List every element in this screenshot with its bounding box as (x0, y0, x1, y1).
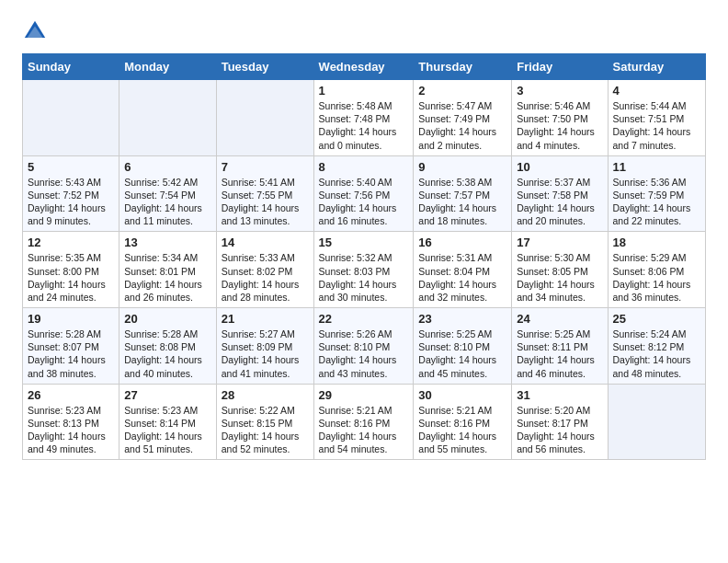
day-number: 14 (222, 236, 309, 249)
day-info: Sunrise: 5:33 AMSunset: 8:02 PMDaylight:… (222, 251, 309, 304)
day-info: Sunrise: 5:34 AMSunset: 8:01 PMDaylight:… (124, 251, 211, 304)
day-number: 30 (418, 388, 506, 402)
day-number: 16 (418, 236, 506, 249)
day-cell: 22Sunrise: 5:26 AMSunset: 8:10 PMDayligh… (313, 308, 414, 385)
weekday-header-row: SundayMondayTuesdayWednesdayThursdayFrid… (23, 54, 706, 80)
day-info: Sunrise: 5:25 AMSunset: 8:11 PMDaylight:… (517, 327, 602, 380)
day-cell: 10Sunrise: 5:37 AMSunset: 7:58 PMDayligh… (512, 155, 608, 232)
day-cell: 25Sunrise: 5:24 AMSunset: 8:12 PMDayligh… (608, 308, 705, 385)
week-row-5: 26Sunrise: 5:23 AMSunset: 8:13 PMDayligh… (23, 384, 706, 460)
day-info: Sunrise: 5:27 AMSunset: 8:09 PMDaylight:… (222, 327, 309, 380)
day-number: 23 (418, 312, 506, 326)
day-number: 29 (319, 388, 409, 402)
day-number: 28 (222, 388, 309, 402)
day-cell: 21Sunrise: 5:27 AMSunset: 8:09 PMDayligh… (216, 308, 313, 385)
weekday-header-sunday: Sunday (23, 54, 119, 80)
day-cell: 5Sunrise: 5:43 AMSunset: 7:52 PMDaylight… (23, 155, 119, 232)
day-info: Sunrise: 5:37 AMSunset: 7:58 PMDaylight:… (517, 176, 602, 228)
day-info: Sunrise: 5:43 AMSunset: 7:52 PMDaylight:… (28, 176, 114, 228)
weekday-header-wednesday: Wednesday (313, 54, 414, 80)
day-info: Sunrise: 5:31 AMSunset: 8:04 PMDaylight:… (418, 251, 506, 304)
day-info: Sunrise: 5:35 AMSunset: 8:00 PMDaylight:… (28, 251, 114, 304)
day-number: 8 (319, 160, 409, 174)
day-number: 4 (613, 84, 700, 98)
day-number: 17 (517, 236, 602, 249)
week-row-4: 19Sunrise: 5:28 AMSunset: 8:07 PMDayligh… (23, 308, 706, 385)
day-info: Sunrise: 5:21 AMSunset: 8:16 PMDaylight:… (319, 404, 409, 456)
header (22, 18, 706, 44)
day-cell: 16Sunrise: 5:31 AMSunset: 8:04 PMDayligh… (414, 232, 512, 308)
week-row-3: 12Sunrise: 5:35 AMSunset: 8:00 PMDayligh… (23, 232, 706, 308)
day-number: 12 (28, 236, 114, 249)
day-info: Sunrise: 5:29 AMSunset: 8:06 PMDaylight:… (613, 251, 700, 304)
day-number: 18 (613, 236, 700, 249)
day-cell: 3Sunrise: 5:46 AMSunset: 7:50 PMDaylight… (512, 80, 608, 156)
day-cell (23, 80, 119, 156)
day-cell (119, 80, 217, 156)
day-info: Sunrise: 5:38 AMSunset: 7:57 PMDaylight:… (418, 176, 506, 228)
day-cell: 14Sunrise: 5:33 AMSunset: 8:02 PMDayligh… (216, 232, 313, 308)
day-info: Sunrise: 5:36 AMSunset: 7:59 PMDaylight:… (613, 176, 700, 228)
week-row-2: 5Sunrise: 5:43 AMSunset: 7:52 PMDaylight… (23, 155, 706, 232)
day-number: 13 (124, 236, 211, 249)
day-cell: 18Sunrise: 5:29 AMSunset: 8:06 PMDayligh… (608, 232, 705, 308)
day-number: 27 (124, 388, 211, 402)
day-number: 7 (222, 160, 309, 174)
day-number: 31 (517, 388, 602, 402)
day-cell: 20Sunrise: 5:28 AMSunset: 8:08 PMDayligh… (119, 308, 217, 385)
day-info: Sunrise: 5:48 AMSunset: 7:48 PMDaylight:… (319, 99, 409, 152)
day-cell: 6Sunrise: 5:42 AMSunset: 7:54 PMDaylight… (119, 155, 217, 232)
page: SundayMondayTuesdayWednesdayThursdayFrid… (0, 0, 728, 478)
day-info: Sunrise: 5:22 AMSunset: 8:15 PMDaylight:… (222, 404, 309, 456)
day-cell: 27Sunrise: 5:23 AMSunset: 8:14 PMDayligh… (119, 384, 217, 460)
day-cell: 11Sunrise: 5:36 AMSunset: 7:59 PMDayligh… (608, 155, 705, 232)
day-number: 10 (517, 160, 602, 174)
day-info: Sunrise: 5:41 AMSunset: 7:55 PMDaylight:… (222, 176, 309, 228)
weekday-header-friday: Friday (512, 54, 608, 80)
day-info: Sunrise: 5:44 AMSunset: 7:51 PMDaylight:… (613, 99, 700, 152)
day-number: 26 (28, 388, 114, 402)
day-info: Sunrise: 5:25 AMSunset: 8:10 PMDaylight:… (418, 327, 506, 380)
weekday-header-monday: Monday (119, 54, 217, 80)
day-number: 25 (613, 312, 700, 326)
day-info: Sunrise: 5:32 AMSunset: 8:03 PMDaylight:… (319, 251, 409, 304)
day-cell: 8Sunrise: 5:40 AMSunset: 7:56 PMDaylight… (313, 155, 414, 232)
day-cell: 28Sunrise: 5:22 AMSunset: 8:15 PMDayligh… (216, 384, 313, 460)
day-info: Sunrise: 5:21 AMSunset: 8:16 PMDaylight:… (418, 404, 506, 456)
day-info: Sunrise: 5:40 AMSunset: 7:56 PMDaylight:… (319, 176, 409, 228)
day-cell: 30Sunrise: 5:21 AMSunset: 8:16 PMDayligh… (414, 384, 512, 460)
day-info: Sunrise: 5:30 AMSunset: 8:05 PMDaylight:… (517, 251, 602, 304)
day-cell: 31Sunrise: 5:20 AMSunset: 8:17 PMDayligh… (512, 384, 608, 460)
day-number: 19 (28, 312, 114, 326)
day-number: 3 (517, 84, 602, 98)
day-number: 22 (319, 312, 409, 326)
day-cell: 26Sunrise: 5:23 AMSunset: 8:13 PMDayligh… (23, 384, 119, 460)
logo (22, 18, 51, 44)
day-cell: 15Sunrise: 5:32 AMSunset: 8:03 PMDayligh… (313, 232, 414, 308)
day-info: Sunrise: 5:46 AMSunset: 7:50 PMDaylight:… (517, 99, 602, 152)
day-number: 6 (124, 160, 211, 174)
calendar: SundayMondayTuesdayWednesdayThursdayFrid… (22, 53, 706, 460)
day-cell: 19Sunrise: 5:28 AMSunset: 8:07 PMDayligh… (23, 308, 119, 385)
day-cell: 1Sunrise: 5:48 AMSunset: 7:48 PMDaylight… (313, 80, 414, 156)
logo-icon (22, 18, 48, 44)
day-cell: 23Sunrise: 5:25 AMSunset: 8:10 PMDayligh… (414, 308, 512, 385)
weekday-header-saturday: Saturday (608, 54, 705, 80)
day-number: 15 (319, 236, 409, 249)
day-cell: 2Sunrise: 5:47 AMSunset: 7:49 PMDaylight… (414, 80, 512, 156)
day-info: Sunrise: 5:42 AMSunset: 7:54 PMDaylight:… (124, 176, 211, 228)
day-info: Sunrise: 5:24 AMSunset: 8:12 PMDaylight:… (613, 327, 700, 380)
day-number: 5 (28, 160, 114, 174)
day-cell: 24Sunrise: 5:25 AMSunset: 8:11 PMDayligh… (512, 308, 608, 385)
day-cell: 12Sunrise: 5:35 AMSunset: 8:00 PMDayligh… (23, 232, 119, 308)
day-cell (608, 384, 705, 460)
day-number: 2 (418, 84, 506, 98)
weekday-header-tuesday: Tuesday (216, 54, 313, 80)
day-cell: 17Sunrise: 5:30 AMSunset: 8:05 PMDayligh… (512, 232, 608, 308)
day-cell: 4Sunrise: 5:44 AMSunset: 7:51 PMDaylight… (608, 80, 705, 156)
day-number: 24 (517, 312, 602, 326)
day-cell: 29Sunrise: 5:21 AMSunset: 8:16 PMDayligh… (313, 384, 414, 460)
day-info: Sunrise: 5:47 AMSunset: 7:49 PMDaylight:… (418, 99, 506, 152)
week-row-1: 1Sunrise: 5:48 AMSunset: 7:48 PMDaylight… (23, 80, 706, 156)
day-cell: 9Sunrise: 5:38 AMSunset: 7:57 PMDaylight… (414, 155, 512, 232)
